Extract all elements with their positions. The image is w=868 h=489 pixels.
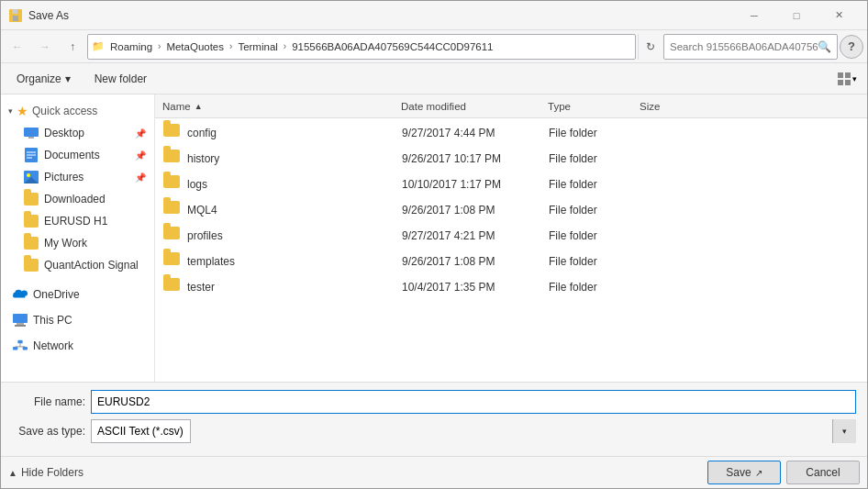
view-grid-icon [838, 72, 852, 85]
file-date: 9/26/2017 10:17 PM [402, 152, 549, 165]
downloaded-icon [24, 192, 39, 206]
file-type: File folder [549, 178, 640, 191]
sort-arrow-icon: ▲ [195, 102, 203, 111]
breadcrumb-terminal[interactable]: Terminal [238, 41, 277, 52]
filename-input[interactable] [91, 390, 856, 414]
file-type: File folder [549, 229, 640, 242]
sidebar-item-downloaded[interactable]: Downloaded [1, 188, 154, 210]
hide-folders-chevron-icon: ▲ [8, 468, 17, 478]
mywork-icon [24, 236, 39, 250]
table-row[interactable]: logs 10/10/2017 1:17 PM File folder [155, 172, 867, 197]
table-row[interactable]: profiles 9/27/2017 4:21 PM File folder [155, 223, 867, 249]
quick-access-star-icon: ★ [17, 104, 28, 118]
svg-rect-20 [13, 347, 17, 350]
file-date: 9/27/2017 4:44 PM [402, 127, 549, 139]
search-box[interactable]: 🔍 [663, 34, 838, 60]
col-name-header[interactable]: Name ▲ [162, 101, 401, 112]
window-controls: ─ □ ✕ [733, 1, 860, 30]
folder-icon [163, 150, 182, 168]
sidebar-item-eurusd[interactable]: EURUSD H1 [1, 210, 154, 232]
file-date: 10/4/2017 1:35 PM [402, 281, 549, 294]
window-title: Save As [28, 9, 733, 22]
breadcrumb-metaquotes[interactable]: MetaQuotes [166, 41, 224, 52]
minimize-button[interactable]: ─ [733, 1, 775, 30]
sidebar-item-thispc[interactable]: This PC [1, 309, 154, 331]
bottom-bar: File name: Save as type: ASCII Text (*.c… [1, 382, 867, 456]
documents-pin-icon: 📌 [135, 150, 146, 161]
breadcrumb-sep3: › [284, 41, 286, 51]
sidebar-item-mywork[interactable]: My Work [1, 232, 154, 254]
quick-access-header[interactable]: ▾ ★ Quick access [1, 98, 154, 122]
search-input[interactable] [670, 41, 818, 52]
close-button[interactable]: ✕ [818, 1, 860, 30]
file-name: logs [187, 178, 402, 191]
network-icon [13, 339, 28, 353]
col-date-header[interactable]: Date modified [401, 101, 548, 112]
save-button[interactable]: Save ↗ [707, 461, 781, 484]
address-bar[interactable]: 📁 Roaming › MetaQuotes › Terminal › 9155… [87, 34, 636, 60]
quick-access-chevron-icon: ▾ [8, 106, 13, 116]
folder-icon [163, 278, 182, 296]
thispc-icon [13, 313, 28, 328]
svg-rect-5 [838, 80, 843, 85]
breadcrumb-roaming[interactable]: Roaming [110, 41, 152, 52]
cancel-button[interactable]: Cancel [786, 461, 860, 484]
col-date-label: Date modified [401, 101, 466, 112]
sidebar-item-quantaction[interactable]: QuantAction Signal [1, 254, 154, 276]
refresh-button[interactable]: ↻ [638, 34, 662, 60]
back-button[interactable]: ← [5, 34, 30, 60]
sidebar-item-pictures[interactable]: Pictures 📌 [1, 166, 154, 188]
table-row[interactable]: MQL4 9/26/2017 1:08 PM File folder [155, 197, 867, 223]
table-row[interactable]: templates 9/26/2017 1:08 PM File folder [155, 249, 867, 274]
organize-button[interactable]: Organize ▾ [8, 69, 79, 89]
svg-rect-6 [845, 80, 851, 85]
documents-label: Documents [44, 149, 100, 161]
sidebar-item-network[interactable]: Network [1, 335, 154, 357]
svg-rect-3 [838, 72, 843, 78]
new-folder-label: New folder [95, 72, 147, 85]
up-button[interactable]: ↑ [60, 34, 85, 60]
filename-label: File name: [12, 395, 85, 408]
savetype-row: Save as type: ASCII Text (*.csv) ▾ [12, 419, 856, 443]
file-type: File folder [549, 152, 640, 165]
view-options-button[interactable]: ▾ [834, 67, 860, 91]
file-type: File folder [549, 281, 640, 294]
sidebar-item-documents[interactable]: Documents 📌 [1, 144, 154, 166]
file-list: config 9/27/2017 4:44 PM File folder his… [155, 118, 867, 382]
folder-icon [163, 175, 182, 194]
file-name: history [187, 152, 402, 165]
table-row[interactable]: tester 10/4/2017 1:35 PM File folder [155, 274, 867, 300]
breadcrumb-guid[interactable]: 915566BA06ADA407569C544CC0D97611 [292, 41, 493, 52]
svg-rect-8 [28, 137, 34, 139]
file-type: File folder [549, 204, 640, 217]
save-label: Save [726, 466, 751, 479]
svg-rect-1 [12, 9, 17, 14]
desktop-label: Desktop [44, 127, 84, 139]
svg-rect-21 [23, 347, 28, 350]
new-folder-button[interactable]: New folder [86, 69, 155, 89]
quick-access-label: Quick access [32, 105, 97, 117]
network-label: Network [33, 339, 73, 352]
help-button[interactable]: ? [840, 35, 863, 59]
table-row[interactable]: config 9/27/2017 4:44 PM File folder [155, 120, 867, 146]
quantaction-label: QuantAction Signal [44, 259, 139, 272]
svg-rect-19 [17, 340, 22, 344]
secondary-toolbar: Organize ▾ New folder ▾ [1, 63, 867, 94]
file-list-header: Name ▲ Date modified Type Size [155, 94, 867, 118]
table-row[interactable]: history 9/26/2017 10:17 PM File folder [155, 146, 867, 172]
col-size-header[interactable]: Size [640, 101, 713, 112]
sidebar: ▾ ★ Quick access Desktop 📌 Documents 📌 [1, 94, 155, 382]
col-type-label: Type [548, 101, 571, 112]
col-type-header[interactable]: Type [548, 101, 640, 112]
breadcrumb-sep2: › [229, 41, 232, 51]
maximize-button[interactable]: □ [775, 1, 818, 30]
savetype-select[interactable]: ASCII Text (*.csv) [91, 419, 191, 443]
file-name: templates [187, 255, 402, 268]
svg-point-14 [27, 173, 30, 177]
organize-label: Organize [17, 72, 61, 85]
sidebar-item-onedrive[interactable]: OneDrive [1, 283, 154, 306]
sidebar-item-desktop[interactable]: Desktop 📌 [1, 122, 154, 144]
view-controls: ▾ [834, 67, 860, 91]
forward-button[interactable]: → [32, 34, 58, 60]
hide-folders-section[interactable]: ▲ Hide Folders [8, 466, 83, 479]
